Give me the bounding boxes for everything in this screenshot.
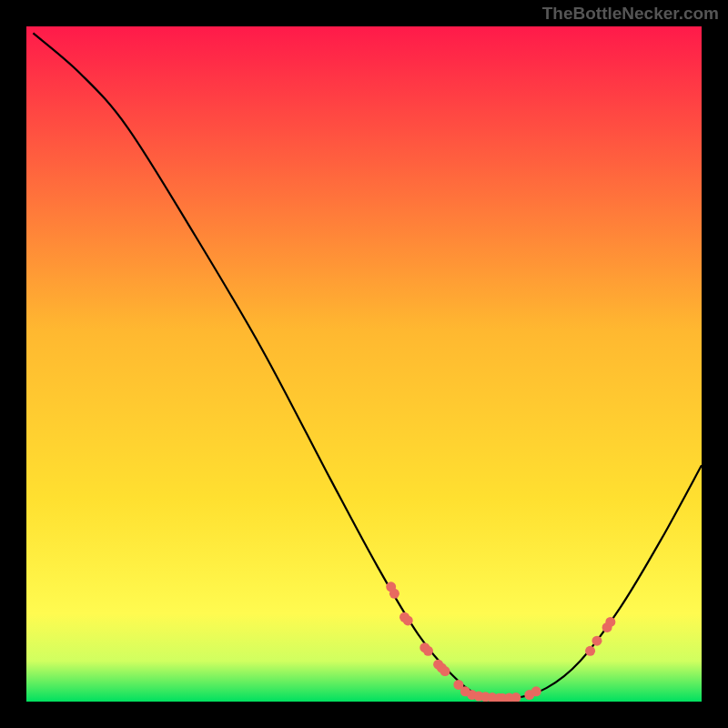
chart-container: TheBottleNecker.com (0, 0, 728, 728)
data-marker (423, 646, 433, 656)
data-marker (440, 666, 450, 676)
plot-area (26, 26, 702, 702)
data-marker (403, 615, 413, 625)
data-marker (592, 636, 602, 646)
watermark-text: TheBottleNecker.com (542, 4, 719, 24)
data-marker (605, 617, 615, 627)
data-marker (585, 646, 595, 656)
data-marker (389, 589, 399, 599)
chart-svg (26, 26, 702, 702)
data-marker (531, 686, 541, 696)
